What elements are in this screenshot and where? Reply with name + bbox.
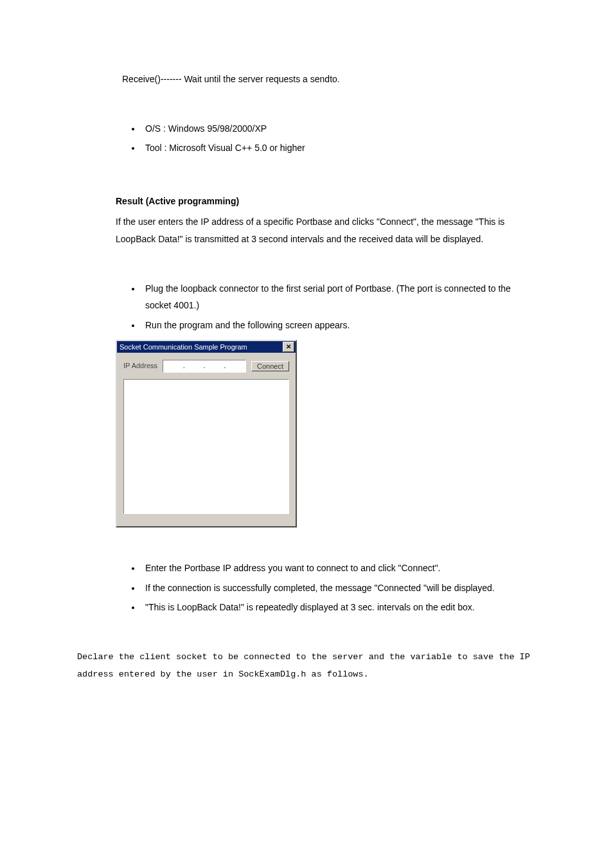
ip-address-label: IP Address bbox=[123, 359, 157, 373]
list-item: Tool : Microsoft Visual C++ 5.0 or highe… bbox=[141, 139, 536, 157]
list-item: If the connection is successfully comple… bbox=[141, 580, 536, 597]
steps-after-list: Enter the Portbase IP address you want t… bbox=[77, 560, 536, 616]
ip-row: IP Address . . . Connect bbox=[123, 359, 289, 373]
steps-before-list: Plug the loopback connector to the first… bbox=[77, 280, 536, 334]
env-list: O/S : Windows 95/98/2000/XP Tool : Micro… bbox=[77, 120, 536, 157]
document-page: Receive()------- Wait until the server r… bbox=[0, 0, 613, 722]
sample-program-dialog: Socket Communication Sample Program ✕ IP… bbox=[116, 340, 297, 527]
list-item: Run the program and the following screen… bbox=[141, 317, 536, 334]
ip-octet-1[interactable] bbox=[164, 362, 183, 370]
ip-octet-4[interactable] bbox=[226, 362, 244, 370]
titlebar: Socket Communication Sample Program ✕ bbox=[117, 341, 296, 353]
connect-button[interactable]: Connect bbox=[251, 361, 289, 371]
ip-octet-3[interactable] bbox=[206, 362, 224, 370]
ip-address-input[interactable]: . . . bbox=[163, 360, 246, 373]
list-item: "This is LoopBack Data!" is repeatedly d… bbox=[141, 599, 536, 616]
env-section: O/S : Windows 95/98/2000/XP Tool : Micro… bbox=[77, 120, 536, 157]
dialog-screenshot: Socket Communication Sample Program ✕ IP… bbox=[77, 340, 536, 527]
result-heading: Result (Active programming) bbox=[77, 193, 536, 210]
list-item: O/S : Windows 95/98/2000/XP bbox=[141, 120, 536, 137]
steps-before-section: Plug the loopback connector to the first… bbox=[77, 280, 536, 334]
result-description: If the user enters the IP address of a s… bbox=[77, 213, 536, 247]
close-button[interactable]: ✕ bbox=[283, 342, 294, 352]
dialog-body: IP Address . . . Connect bbox=[117, 353, 296, 526]
list-item: Plug the loopback connector to the first… bbox=[141, 280, 536, 314]
ip-octet-2[interactable] bbox=[185, 362, 204, 370]
window-title: Socket Communication Sample Program bbox=[120, 341, 247, 354]
close-icon: ✕ bbox=[286, 344, 291, 350]
code-declaration-text: Declare the client socket to be connecte… bbox=[77, 648, 536, 683]
intro-line: Receive()------- Wait until the server r… bbox=[77, 71, 536, 88]
output-editbox[interactable] bbox=[123, 379, 289, 514]
steps-after-section: Enter the Portbase IP address you want t… bbox=[77, 560, 536, 616]
list-item: Enter the Portbase IP address you want t… bbox=[141, 560, 536, 577]
